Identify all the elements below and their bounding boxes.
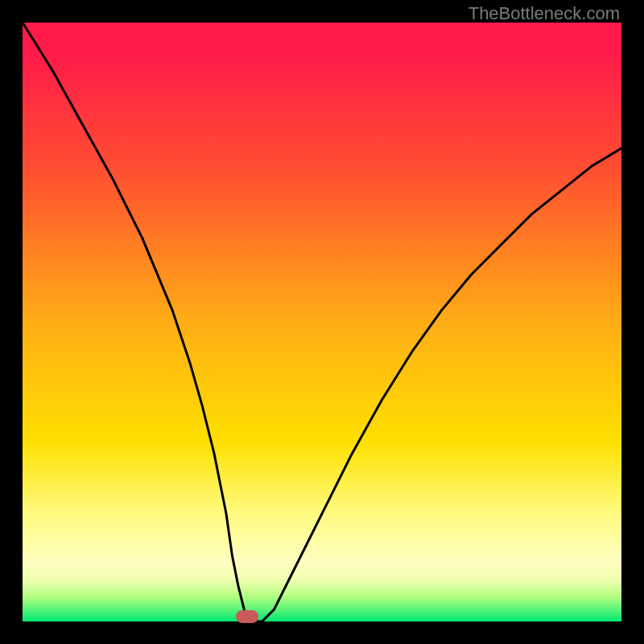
attribution-text: TheBottleneck.com: [469, 3, 620, 24]
bottleneck-curve: [23, 23, 621, 621]
minimum-marker: [236, 610, 258, 623]
chart-plot-area: [23, 23, 621, 621]
